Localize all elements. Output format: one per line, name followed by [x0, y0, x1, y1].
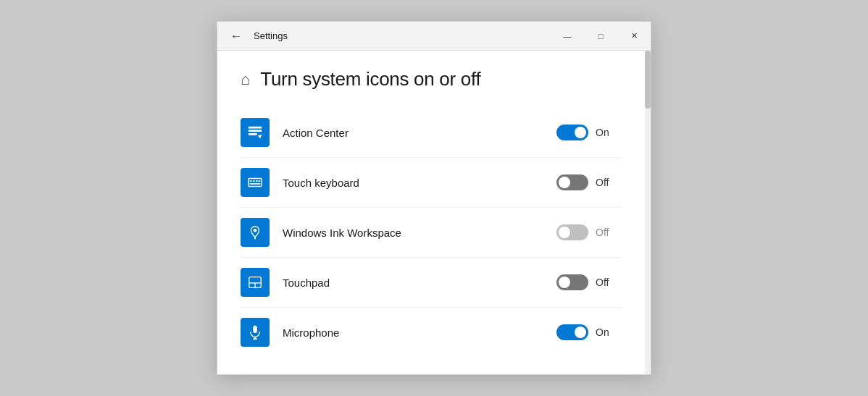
back-button[interactable]: ←	[226, 27, 246, 46]
svg-rect-3	[249, 179, 262, 187]
svg-rect-7	[259, 180, 261, 182]
svg-rect-8	[250, 183, 261, 185]
action-center-icon	[241, 118, 270, 147]
microphone-toggle-label: On	[596, 327, 616, 338]
title-bar-left: ← Settings	[226, 27, 288, 46]
svg-rect-0	[249, 127, 262, 129]
touchpad-label: Touchpad	[283, 277, 556, 289]
action-center-toggle-area: On	[556, 125, 622, 140]
scrollbar-thumb[interactable]	[645, 51, 651, 109]
windows-ink-toggle[interactable]	[556, 224, 588, 240]
settings-list: Action Center On	[241, 108, 622, 357]
svg-rect-4	[250, 180, 252, 182]
scrollbar-track[interactable]	[645, 51, 651, 374]
action-center-label: Action Center	[283, 127, 556, 139]
window-title: Settings	[254, 30, 288, 41]
touchpad-toggle-area: Off	[556, 274, 622, 290]
windows-ink-toggle-area: Off	[556, 224, 622, 240]
touch-keyboard-label: Touch keyboard	[283, 177, 556, 189]
touch-keyboard-toggle-area: Off	[556, 174, 622, 190]
svg-rect-5	[253, 180, 255, 182]
settings-window: ← Settings — □ ✕ ⌂ Turn system icons on …	[217, 21, 651, 375]
touchpad-toggle[interactable]	[556, 274, 588, 290]
page-header: ⌂ Turn system icons on or off	[241, 68, 622, 90]
microphone-icon	[241, 318, 270, 347]
touchpad-svg	[247, 274, 263, 290]
touchpad-icon	[241, 268, 270, 297]
touch-keyboard-svg	[247, 174, 263, 190]
svg-rect-6	[256, 180, 258, 182]
svg-rect-2	[249, 133, 257, 135]
setting-row-touch-keyboard: Touch keyboard Off	[241, 158, 622, 208]
home-icon: ⌂	[241, 70, 250, 89]
setting-row-action-center: Action Center On	[241, 108, 622, 158]
close-button[interactable]: ✕	[617, 22, 651, 51]
content-area: ⌂ Turn system icons on or off Action Cen…	[217, 51, 651, 374]
microphone-toggle-area: On	[556, 324, 622, 340]
windows-ink-svg	[247, 224, 263, 240]
touchpad-toggle-label: Off	[596, 277, 616, 288]
touch-keyboard-toggle-label: Off	[596, 177, 616, 188]
windows-ink-toggle-label: Off	[596, 227, 616, 238]
action-center-toggle-label: On	[596, 127, 616, 138]
windows-ink-label: Windows Ink Workspace	[283, 227, 556, 239]
microphone-svg	[247, 324, 263, 340]
microphone-toggle[interactable]	[556, 324, 588, 340]
action-center-svg	[247, 125, 263, 140]
title-bar: ← Settings — □ ✕	[217, 22, 651, 51]
touch-keyboard-toggle[interactable]	[556, 174, 588, 190]
setting-row-windows-ink: Windows Ink Workspace Off	[241, 208, 622, 258]
svg-rect-14	[253, 326, 257, 333]
microphone-label: Microphone	[283, 327, 556, 339]
svg-point-9	[254, 229, 257, 232]
window-controls: — □ ✕	[551, 22, 651, 50]
page-title: Turn system icons on or off	[260, 68, 480, 90]
setting-row-microphone: Microphone On	[241, 308, 622, 357]
svg-rect-1	[249, 130, 262, 132]
touch-keyboard-icon	[241, 168, 270, 197]
windows-ink-icon	[241, 218, 270, 247]
setting-row-touchpad: Touchpad Off	[241, 258, 622, 308]
maximize-button[interactable]: □	[584, 22, 617, 51]
minimize-button[interactable]: —	[551, 22, 584, 51]
action-center-toggle[interactable]	[556, 125, 588, 140]
